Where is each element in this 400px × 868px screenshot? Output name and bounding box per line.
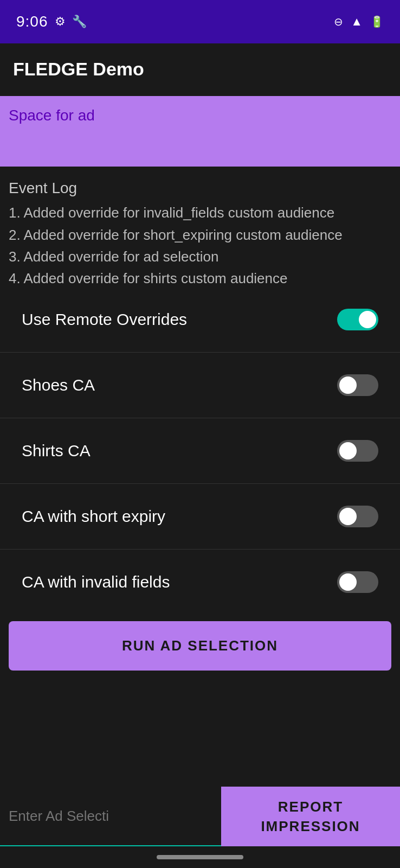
ad-space-text: Space for ad <box>9 107 95 124</box>
toggle-thumb-shoes-ca <box>339 376 357 394</box>
toggle-thumb-remote-overrides <box>359 311 376 328</box>
event-log-entry-1: 1. Added override for invalid_fields cus… <box>9 202 391 224</box>
event-log-entry-3: 3. Added override for ad selection <box>9 246 391 267</box>
toggle-remote-overrides[interactable] <box>337 309 378 330</box>
toggle-short-expiry[interactable] <box>337 506 378 527</box>
divider-4 <box>0 549 400 550</box>
toggle-label-shoes-ca: Shoes CA <box>22 376 95 394</box>
ad-space: Space for ad <box>0 96 400 167</box>
enter-ad-selection-input[interactable] <box>9 808 212 825</box>
toggle-shirts-ca[interactable] <box>337 440 378 462</box>
wrench-icon: 🔧 <box>72 15 87 29</box>
event-log: Event Log 1. Added override for invalid_… <box>0 167 400 291</box>
status-bar-right: ⊖ ▲ 🔋 <box>334 15 384 29</box>
bottom-input-row: REPORTIMPRESSION <box>0 787 400 846</box>
toggle-thumb-invalid-fields <box>339 573 357 591</box>
divider-2 <box>0 418 400 418</box>
bottom-input-wrapper <box>0 787 221 846</box>
toggle-thumb-shirts-ca <box>339 442 357 459</box>
toggle-label-remote-overrides: Use Remote Overrides <box>22 310 187 329</box>
toggle-row-shoes-ca: Shoes CA <box>0 357 400 413</box>
toggle-label-short-expiry: CA with short expiry <box>22 507 165 526</box>
nav-bar <box>0 846 400 868</box>
event-log-title: Event Log <box>9 176 391 200</box>
block-icon: ⊖ <box>334 15 343 28</box>
toggle-row-short-expiry: CA with short expiry <box>0 488 400 545</box>
nav-pill <box>157 855 243 859</box>
report-impression-label: REPORTIMPRESSION <box>261 797 360 837</box>
toggle-invalid-fields[interactable] <box>337 571 378 593</box>
divider-3 <box>0 483 400 484</box>
status-bar: 9:06 ⚙ 🔧 ⊖ ▲ 🔋 <box>0 0 400 43</box>
battery-icon: 🔋 <box>370 15 384 28</box>
bottom-bar: REPORTIMPRESSION <box>0 787 400 868</box>
status-bar-left: 9:06 ⚙ 🔧 <box>16 13 87 30</box>
page-title: FLEDGE Demo <box>13 59 144 79</box>
toggle-row-invalid-fields: CA with invalid fields <box>0 554 400 610</box>
toggle-row-remote-overrides: Use Remote Overrides <box>0 291 400 348</box>
report-impression-button[interactable]: REPORTIMPRESSION <box>221 787 400 846</box>
run-ad-selection-button[interactable]: RUN AD SELECTION <box>9 621 391 671</box>
app-bar: FLEDGE Demo <box>0 43 400 91</box>
toggle-label-shirts-ca: Shirts CA <box>22 442 91 460</box>
status-time: 9:06 <box>16 13 48 30</box>
gear-icon: ⚙ <box>55 15 66 29</box>
wifi-icon: ▲ <box>351 15 363 29</box>
event-log-entry-2: 2. Added override for short_expiring cus… <box>9 224 391 246</box>
divider-1 <box>0 352 400 353</box>
toggle-shoes-ca[interactable] <box>337 374 378 396</box>
toggle-label-invalid-fields: CA with invalid fields <box>22 573 170 591</box>
toggle-thumb-short-expiry <box>339 508 357 525</box>
toggle-row-shirts-ca: Shirts CA <box>0 423 400 479</box>
event-log-entry-4: 4. Added override for shirts custom audi… <box>9 267 391 289</box>
